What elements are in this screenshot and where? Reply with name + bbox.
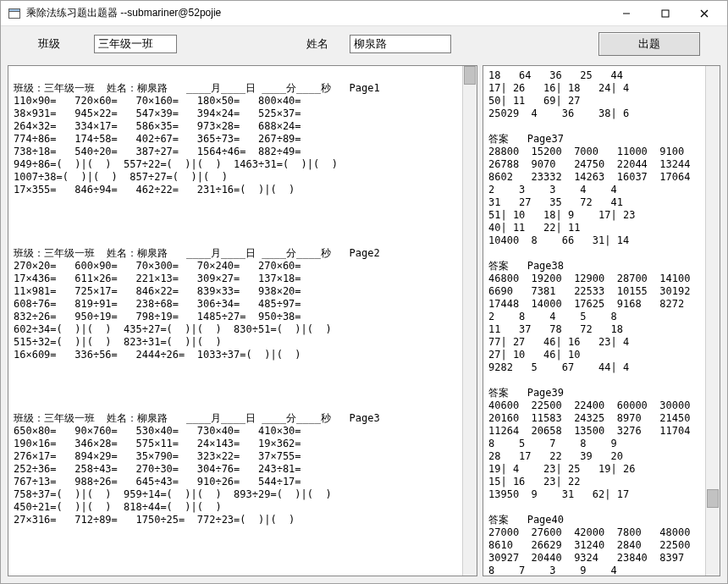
class-input[interactable] [94, 35, 177, 53]
left-scrollbar[interactable] [462, 66, 477, 576]
generate-button[interactable]: 出题 [598, 32, 700, 56]
close-button[interactable] [685, 1, 724, 26]
app-icon [8, 8, 21, 19]
answers-text: 18 64 36 25 44 17| 26 16| 18 24| 4 50| 1… [483, 66, 720, 576]
svg-rect-1 [9, 8, 20, 11]
left-scroll-thumb[interactable] [464, 66, 476, 85]
right-scroll-thumb[interactable] [707, 489, 719, 508]
right-scrollbar[interactable] [705, 66, 720, 576]
name-input[interactable] [350, 35, 451, 53]
maximize-button[interactable] [646, 1, 685, 26]
titlebar: 乘除法练习题出题器 --submariner@52pojie [1, 1, 727, 26]
questions-panel: 班级：三年级一班 姓名：柳泉路 ____月____日 ____分____秒 Pa… [8, 65, 477, 576]
window-title: 乘除法练习题出题器 --submariner@52pojie [26, 6, 221, 20]
minimize-button[interactable] [607, 1, 646, 26]
content-area: 班级：三年级一班 姓名：柳泉路 ____月____日 ____分____秒 Pa… [1, 62, 727, 583]
class-label: 班级 [11, 36, 87, 52]
generate-button-label: 出题 [638, 36, 660, 52]
answers-panel: 18 64 36 25 44 17| 26 16| 18 24| 4 50| 1… [483, 65, 720, 576]
svg-rect-3 [662, 10, 669, 17]
app-window: 乘除法练习题出题器 --submariner@52pojie 班级 姓名 出题 … [0, 0, 728, 584]
name-label: 姓名 [292, 36, 343, 52]
questions-text: 班级：三年级一班 姓名：柳泉路 ____月____日 ____分____秒 Pa… [8, 66, 477, 576]
toolbar: 班级 姓名 出题 [1, 26, 727, 62]
